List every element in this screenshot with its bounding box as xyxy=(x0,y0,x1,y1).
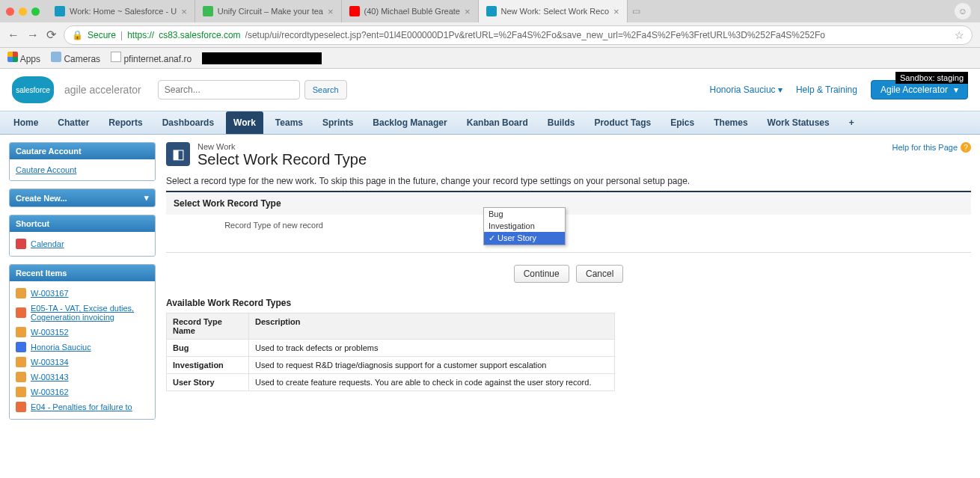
record-icon xyxy=(16,342,26,352)
calendar-link[interactable]: Calendar xyxy=(31,238,64,250)
calendar-icon xyxy=(16,239,26,249)
recent-item-link[interactable]: W-003152 xyxy=(31,326,69,338)
new-tab-button[interactable]: ▭ xyxy=(628,6,646,16)
nav-tab-builds[interactable]: Builds xyxy=(540,111,583,134)
apps-button[interactable]: Apps xyxy=(7,52,40,64)
recent-item-link[interactable]: W-003162 xyxy=(31,386,69,398)
recent-item[interactable]: E04 - Penalties for failure to xyxy=(16,399,149,414)
sidebar-search-link[interactable]: Cautare Account xyxy=(16,164,149,176)
browser-tab[interactable]: Work: Home ~ Salesforce - U× xyxy=(47,0,195,22)
sandbox-badge: Sandbox: staging xyxy=(895,72,968,84)
minimize-window-icon[interactable] xyxy=(19,7,27,16)
breadcrumb: New Work xyxy=(197,142,367,151)
record-type-label: Record Type of new record xyxy=(174,221,323,230)
close-tab-icon[interactable]: × xyxy=(328,6,334,17)
record-icon xyxy=(16,357,26,367)
favicon-icon xyxy=(349,6,360,16)
tab-title: New Work: Select Work Reco xyxy=(501,7,609,16)
bookmarks-bar: Apps Cameras pfinternet.anaf.ro xyxy=(0,48,980,69)
continue-button[interactable]: Continue xyxy=(514,265,569,283)
recent-item-link[interactable]: W-003167 xyxy=(31,287,69,299)
search-input[interactable] xyxy=(158,80,300,99)
app-name: agile accelerator xyxy=(64,84,141,96)
dropdown-option[interactable]: Investigation xyxy=(484,220,565,232)
record-type-description: Used to request R&D triage/diagnosis sup… xyxy=(249,357,615,374)
close-tab-icon[interactable]: × xyxy=(465,6,471,17)
omnibox[interactable]: 🔒 Secure | https://cs83.salesforce.com/s… xyxy=(64,25,973,45)
record-type-description: Used to track defects or problems xyxy=(249,340,615,357)
bookmark-star-icon[interactable]: ☆ xyxy=(955,29,964,41)
bookmark-cameras[interactable]: Cameras xyxy=(51,52,100,64)
address-bar: ← → ⟳ 🔒 Secure | https://cs83.salesforce… xyxy=(0,22,980,48)
recent-item-link[interactable]: W-003134 xyxy=(31,356,69,368)
maximize-window-icon[interactable] xyxy=(31,7,40,16)
nav-tab-reports[interactable]: Reports xyxy=(101,111,150,134)
help-training-link[interactable]: Help & Training xyxy=(796,85,857,95)
url-host: cs83.salesforce.com xyxy=(159,30,240,40)
cancel-button[interactable]: Cancel xyxy=(576,265,623,283)
sidebar-create-new[interactable]: Create New...▾ xyxy=(9,189,156,207)
nav-tab-home[interactable]: Home xyxy=(6,111,46,134)
intro-text: Select a record type for the new work. T… xyxy=(166,176,971,186)
tab-title: Work: Home ~ Salesforce - U xyxy=(70,7,177,16)
col-description: Description xyxy=(249,313,615,340)
panel-heading: Select Work Record Type xyxy=(166,192,971,215)
reload-button[interactable]: ⟳ xyxy=(46,28,56,42)
favicon-icon xyxy=(203,6,213,16)
nav-tab-backlog-manager[interactable]: Backlog Manager xyxy=(365,111,454,134)
recent-item[interactable]: W-003167 xyxy=(16,286,149,301)
bookmark-pfinternet[interactable]: pfinternet.anaf.ro xyxy=(111,52,192,64)
recent-item[interactable]: W-003143 xyxy=(16,370,149,384)
nav-tab-sprints[interactable]: Sprints xyxy=(315,111,361,134)
close-window-icon[interactable] xyxy=(6,7,14,16)
help-icon: ? xyxy=(961,142,971,153)
browser-tab[interactable]: (40) Michael Bublé Greate× xyxy=(342,0,479,22)
close-tab-icon[interactable]: × xyxy=(181,6,187,17)
page-title: Select Work Record Type xyxy=(197,151,367,168)
recent-item-link[interactable]: Honoria Sauciuc xyxy=(31,341,91,353)
table-row: User StoryUsed to create feature request… xyxy=(167,374,615,391)
nav-tab-work[interactable]: Work xyxy=(226,111,263,134)
record-icon xyxy=(16,307,26,318)
browser-profile-icon[interactable]: ☺ xyxy=(955,3,971,19)
recent-item[interactable]: E05-TA - VAT, Excise duties, Cogeneratio… xyxy=(16,301,149,325)
browser-tab[interactable]: Unify Circuit – Make your tea× xyxy=(195,0,342,22)
recent-item-link[interactable]: E04 - Penalties for failure to xyxy=(31,401,132,413)
url-path: /setup/ui/recordtypeselect.jsp?ent=01l4E… xyxy=(245,30,825,40)
salesforce-logo[interactable]: salesforce xyxy=(12,76,54,103)
recent-item-link[interactable]: W-003143 xyxy=(31,371,69,383)
recent-item[interactable]: W-003162 xyxy=(16,384,149,399)
back-button[interactable]: ← xyxy=(7,28,19,42)
nav-more-button[interactable]: + xyxy=(842,111,862,134)
redacted-bookmark xyxy=(202,52,322,64)
recent-item[interactable]: Honoria Sauciuc xyxy=(16,340,149,355)
available-types-heading: Available Work Record Types xyxy=(166,298,971,308)
nav-tab-dashboards[interactable]: Dashboards xyxy=(155,111,221,134)
recent-item[interactable]: W-003152 xyxy=(16,325,149,340)
recent-item[interactable]: W-003134 xyxy=(16,355,149,370)
table-row: InvestigationUsed to request R&D triage/… xyxy=(167,357,615,374)
help-for-page-link[interactable]: Help for this Page ? xyxy=(892,142,971,153)
nav-tab-chatter[interactable]: Chatter xyxy=(50,111,97,134)
record-type-name: User Story xyxy=(167,374,249,391)
sidebar-recent-items: Recent Items W-003167E05-TA - VAT, Excis… xyxy=(9,264,156,420)
browser-tab[interactable]: New Work: Select Work Reco× xyxy=(479,0,628,22)
nav-tab-teams[interactable]: Teams xyxy=(268,111,310,134)
sidebar-create-head[interactable]: Create New...▾ xyxy=(10,189,155,206)
recent-item-link[interactable]: E05-TA - VAT, Excise duties, Cogeneratio… xyxy=(31,302,149,323)
record-icon xyxy=(16,387,26,397)
search-button[interactable]: Search xyxy=(304,80,347,99)
nav-tab-epics[interactable]: Epics xyxy=(663,111,702,134)
secure-label: Secure xyxy=(88,30,116,40)
nav-tab-product-tags[interactable]: Product Tags xyxy=(587,111,658,134)
nav-tab-themes[interactable]: Themes xyxy=(706,111,755,134)
nav-tab-kanban-board[interactable]: Kanban Board xyxy=(459,111,536,134)
dropdown-option[interactable]: Bug xyxy=(484,208,565,220)
user-menu[interactable]: Honoria Sauciuc xyxy=(710,85,783,95)
close-tab-icon[interactable]: × xyxy=(613,6,619,17)
record-type-dropdown[interactable]: BugInvestigationUser Story xyxy=(483,207,566,245)
forward-button[interactable]: → xyxy=(27,28,39,42)
dropdown-option[interactable]: User Story xyxy=(484,232,565,245)
sidebar-shortcut: Shortcut Calendar xyxy=(9,215,156,257)
nav-tab-work-statuses[interactable]: Work Statuses xyxy=(760,111,837,134)
